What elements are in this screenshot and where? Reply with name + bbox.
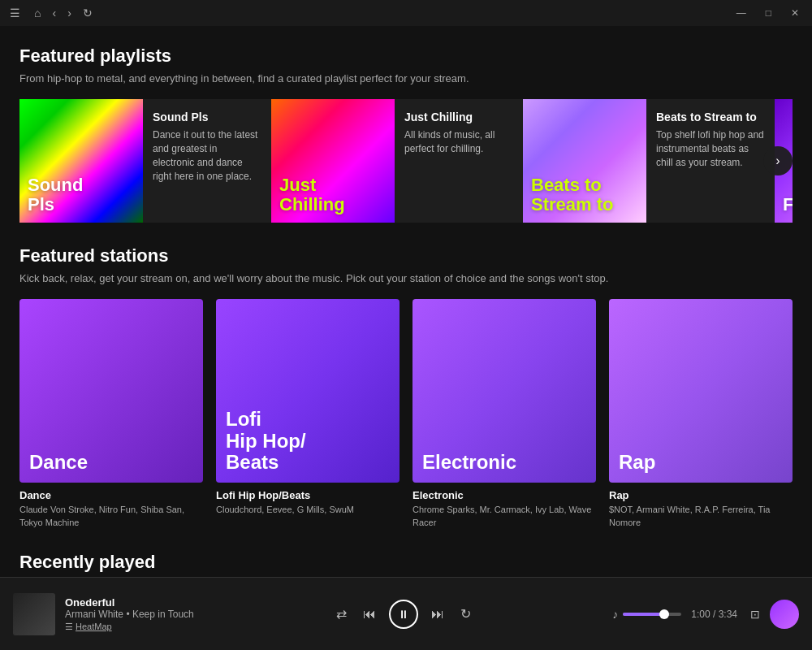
player-avatar[interactable] — [770, 600, 799, 629]
player-time: 1:00 / 3:34 — [691, 609, 737, 620]
player-volume: ♪ — [612, 608, 681, 621]
playlist-desc-sound-pls: Dance it out to the latest and greatest … — [153, 128, 261, 183]
playlist-card-sound-pls[interactable]: SoundPls Sound Pls Dance it out to the l… — [19, 99, 271, 223]
playlist-thumb-label-beats: Beats toStream to — [531, 176, 613, 214]
player-track-playlist: ☰ HeatMap — [65, 622, 194, 632]
player-bar: Onederful Armani White • Keep in Touch ☰… — [0, 577, 812, 650]
volume-icon: ♪ — [612, 608, 618, 621]
maximize-button[interactable]: □ — [762, 6, 775, 20]
player-track-artist: Armani White • Keep in Touch — [65, 609, 194, 620]
player-track-name: Onederful — [65, 596, 194, 609]
carousel-next-button[interactable]: › — [763, 146, 793, 176]
player-playlist-name[interactable]: HeatMap — [76, 622, 112, 631]
home-button[interactable]: ⌂ — [30, 5, 45, 21]
playlist-carousel: SoundPls Sound Pls Dance it out to the l… — [19, 99, 793, 223]
playlist-thumb-label-flow: Flo — [783, 195, 793, 214]
carousel-track: SoundPls Sound Pls Dance it out to the l… — [19, 99, 793, 223]
main-content: Featured playlists From hip-hop to metal… — [0, 26, 812, 577]
station-card-electronic[interactable]: Electronic Electronic Chrome Sparks, Mr.… — [412, 299, 596, 529]
station-name-lofi: Lofi Hip Hop/Beats — [216, 489, 400, 501]
prev-button[interactable]: ⏮ — [360, 604, 379, 625]
shuffle-button[interactable]: ⇄ — [333, 603, 350, 625]
playlist-card-beats[interactable]: Beats toStream to Beats to Stream to Top… — [523, 99, 775, 223]
station-name-rap: Rap — [609, 489, 793, 501]
back-button[interactable]: ‹ — [48, 5, 60, 21]
player-track-info: Onederful Armani White • Keep in Touch ☰… — [65, 596, 194, 632]
station-artists-rap: $NOT, Armani White, R.A.P. Ferreira, Tia… — [609, 504, 793, 529]
title-bar-left: ☰ ⌂ ‹ › ↻ — [10, 5, 97, 21]
featured-stations-title: Featured stations — [19, 245, 793, 266]
playlist-desc-just-chilling: All kinds of music, all perfect for chil… — [404, 128, 513, 156]
volume-slider[interactable] — [623, 613, 681, 616]
station-thumb-dance: Dance — [19, 299, 203, 483]
featured-stations-subtitle: Kick back, relax, get your stream on, an… — [19, 271, 793, 286]
player-thumb-placeholder — [13, 593, 55, 635]
refresh-button[interactable]: ↻ — [79, 5, 97, 21]
playlist-name-just-chilling: Just Chilling — [404, 110, 513, 124]
station-thumb-label-electronic: Electronic — [422, 452, 516, 473]
station-thumb-label-dance: Dance — [29, 452, 88, 473]
next-button[interactable]: ⏭ — [428, 604, 447, 625]
stations-grid: Dance Dance Claude Von Stroke, Nitro Fun… — [19, 299, 793, 529]
play-pause-button[interactable]: ⏸ — [389, 600, 418, 629]
player-thumb — [13, 593, 55, 635]
forward-button[interactable]: › — [63, 5, 76, 21]
station-artists-dance: Claude Von Stroke, Nitro Fun, Shiba San,… — [19, 504, 203, 529]
playlist-thumb-label-sound-pls: SoundPls — [28, 176, 83, 214]
minimize-button[interactable]: — — [733, 6, 749, 20]
repeat-button[interactable]: ↻ — [457, 603, 474, 625]
player-controls: ⇄ ⏮ ⏸ ⏭ ↻ — [204, 600, 603, 629]
player-artist: Armani White — [65, 609, 123, 620]
playlist-thumb-sound-pls: SoundPls — [19, 99, 143, 223]
miniplayer-button[interactable]: ⊡ — [747, 604, 763, 624]
featured-playlists-section: Featured playlists From hip-hop to metal… — [19, 46, 793, 223]
title-bar: ☰ ⌂ ‹ › ↻ — □ ✕ — [0, 0, 812, 26]
player-album: Keep in Touch — [132, 609, 194, 620]
featured-playlists-title: Featured playlists — [19, 46, 793, 67]
featured-playlists-subtitle: From hip-hop to metal, and everything in… — [19, 72, 793, 86]
volume-knob — [659, 609, 669, 619]
playlist-info-sound-pls: Sound Pls Dance it out to the latest and… — [143, 99, 271, 223]
playlist-thumb-beats: Beats toStream to — [523, 99, 646, 223]
volume-fill — [623, 613, 663, 616]
recently-played-title: Recently played — [19, 552, 793, 573]
featured-stations-section: Featured stations Kick back, relax, get … — [19, 245, 793, 529]
station-artists-electronic: Chrome Sparks, Mr. Carmack, Ivy Lab, Wav… — [412, 504, 596, 529]
playlist-thumb-just-chilling: JustChilling — [271, 99, 395, 223]
playlist-desc-beats: Top shelf lofi hip hop and instrumental … — [656, 128, 765, 169]
nav-buttons: ⌂ ‹ › ↻ — [30, 5, 97, 21]
playlist-name-beats: Beats to Stream to — [656, 110, 765, 124]
station-name-dance: Dance — [19, 489, 203, 501]
station-thumb-label-lofi: LofiHip Hop/Beats — [226, 409, 306, 473]
station-thumb-electronic: Electronic — [412, 299, 596, 483]
station-name-electronic: Electronic — [412, 489, 596, 501]
station-thumb-lofi: LofiHip Hop/Beats — [216, 299, 400, 483]
station-thumb-label-rap: Rap — [619, 452, 655, 473]
window-controls: — □ ✕ — [733, 6, 802, 20]
playlist-card-just-chilling[interactable]: JustChilling Just Chilling All kinds of … — [271, 99, 523, 223]
station-card-rap[interactable]: Rap Rap $NOT, Armani White, R.A.P. Ferre… — [609, 299, 793, 529]
station-thumb-rap: Rap — [609, 299, 793, 483]
station-artists-lofi: Cloudchord, Eevee, G Mills, SwuM — [216, 504, 400, 516]
station-card-lofi[interactable]: LofiHip Hop/Beats Lofi Hip Hop/Beats Clo… — [216, 299, 400, 529]
playlist-info-beats: Beats to Stream to Top shelf lofi hip ho… — [646, 99, 775, 223]
playlist-icon: ☰ — [65, 622, 73, 632]
player-separator: • — [126, 609, 132, 620]
playlist-name-sound-pls: Sound Pls — [153, 110, 261, 124]
player-extras: ⊡ — [747, 600, 799, 629]
playlist-info-just-chilling: Just Chilling All kinds of music, all pe… — [395, 99, 523, 223]
recently-played-section: Recently played Your listening history f… — [19, 552, 793, 577]
hamburger-icon[interactable]: ☰ — [10, 6, 20, 20]
station-card-dance[interactable]: Dance Dance Claude Von Stroke, Nitro Fun… — [19, 299, 203, 529]
close-button[interactable]: ✕ — [788, 6, 802, 20]
playlist-thumb-label-just-chilling: JustChilling — [279, 176, 345, 214]
